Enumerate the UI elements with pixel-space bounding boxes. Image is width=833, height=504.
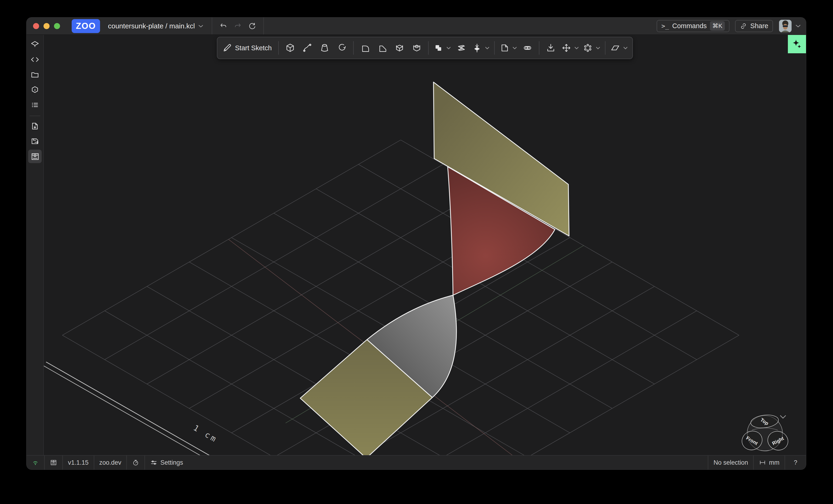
chevron-down-icon [485, 46, 490, 50]
offset-plane-button[interactable] [470, 40, 492, 56]
network-status-button[interactable] [26, 456, 44, 470]
viewport-canvas[interactable]: 1 cm Top [44, 35, 806, 455]
selection-status: No selection [708, 456, 753, 470]
pencil-icon [222, 43, 232, 53]
app-version-button[interactable]: v1.1.15 [63, 456, 94, 470]
statusbar: v1.1.15 zoo.dev Settings No selection mm… [26, 455, 806, 470]
plane-intersect-button[interactable] [453, 40, 470, 56]
boolean-button[interactable] [431, 40, 453, 56]
model[interactable] [300, 82, 569, 455]
project-menu[interactable]: countersunk-plate / main.kcl [108, 22, 204, 30]
units-button[interactable]: mm [754, 456, 785, 470]
gizmo-menu-chevron[interactable] [780, 415, 786, 418]
extrude-button[interactable] [282, 40, 299, 56]
fillet-icon [360, 43, 370, 53]
timer-button[interactable] [127, 456, 144, 470]
reload-button[interactable] [248, 22, 256, 30]
hole-icon [412, 43, 422, 53]
sliders-icon [150, 459, 158, 466]
ruler-icon [759, 459, 766, 466]
helix-button[interactable] [519, 40, 536, 56]
wifi-icon [32, 459, 39, 466]
sidebar-item-variables[interactable]: x [28, 83, 42, 97]
sidebar-item-save-export[interactable] [28, 135, 42, 148]
insert-button[interactable] [498, 40, 519, 56]
start-sketch-label: Start Sketch [235, 44, 273, 52]
site-link-button[interactable]: zoo.dev [94, 456, 126, 470]
selection-status-label: No selection [713, 459, 748, 466]
chevron-down-icon [596, 46, 600, 50]
redo-button[interactable] [234, 22, 242, 30]
extrude-icon [285, 43, 295, 53]
import-geometry-button[interactable] [542, 40, 560, 56]
revolve-button[interactable] [333, 40, 351, 56]
chamfer-button[interactable] [374, 40, 391, 56]
share-button[interactable]: Share [735, 20, 773, 32]
scale-label: 1 cm [192, 423, 219, 445]
pattern-button[interactable] [581, 40, 602, 56]
toolbar-divider [278, 41, 279, 55]
text-to-cad-button[interactable] [788, 35, 806, 53]
modeling-toolbar: Start Sketch [217, 37, 633, 59]
reload-icon [248, 22, 256, 30]
helix-icon [522, 43, 532, 53]
commands-button[interactable]: >_ Commands ⌘K [657, 20, 729, 32]
machine-status-button[interactable] [45, 456, 62, 470]
chevron-down-icon [574, 46, 579, 50]
history-controls [212, 22, 263, 30]
sidebar-item-logs[interactable] [28, 98, 42, 112]
boolean-union-icon [433, 43, 444, 53]
shell-icon [395, 43, 405, 53]
help-button[interactable]: ? [785, 456, 806, 470]
toolbar-divider [605, 41, 605, 55]
avatar-image [779, 20, 791, 32]
user-avatar[interactable] [779, 20, 791, 32]
minimize-window-button[interactable] [44, 23, 50, 29]
start-sketch-button[interactable]: Start Sketch [220, 40, 276, 56]
view-gizmo[interactable]: Top Front Right [739, 413, 791, 453]
hole-button[interactable] [408, 40, 425, 56]
svg-text:x: x [34, 88, 35, 92]
site-link-label: zoo.dev [99, 459, 121, 466]
terminal-prompt-icon: >_ [661, 22, 669, 29]
help-label: ? [794, 459, 797, 466]
account-menu-button[interactable] [795, 24, 801, 28]
viewport: 1 cm Top [44, 35, 806, 455]
sidebar-item-project-files[interactable] [28, 68, 42, 81]
chevron-down-icon [446, 46, 451, 50]
sidebar-divider [29, 116, 40, 116]
close-window-button[interactable] [33, 23, 39, 29]
settings-label: Settings [160, 459, 183, 466]
insert-icon [499, 43, 509, 53]
statusbar-spacer [188, 456, 708, 470]
redo-icon [234, 22, 242, 30]
sidebar-item-export-file[interactable] [28, 119, 42, 133]
import-icon [546, 43, 556, 53]
fillet-button[interactable] [356, 40, 374, 56]
plane-button[interactable] [608, 40, 629, 56]
zoom-window-button[interactable] [54, 23, 60, 29]
shell-button[interactable] [391, 40, 408, 56]
sidebar-item-machine-print[interactable] [28, 150, 42, 163]
link-icon [740, 22, 747, 30]
sidebar-item-kcl-code[interactable] [28, 53, 42, 66]
toolbar-divider [539, 41, 539, 55]
plane-icon [610, 43, 620, 53]
titlebar-divider [263, 18, 264, 34]
window-controls [33, 23, 60, 29]
commands-shortcut-badge: ⌘K [710, 21, 724, 31]
folder-icon [30, 70, 39, 79]
toolbar-divider [353, 41, 354, 55]
move-button[interactable] [560, 40, 581, 56]
variables-icon: x [30, 86, 39, 94]
stopwatch-icon [132, 459, 139, 466]
settings-button[interactable]: Settings [145, 456, 188, 470]
printer-icon [50, 459, 57, 466]
zoo-logo[interactable]: ZOO [72, 19, 100, 33]
chevron-down-icon [795, 24, 801, 28]
sweep-icon [302, 43, 312, 53]
loft-button[interactable] [316, 40, 333, 56]
sidebar-item-feature-tree[interactable] [28, 38, 42, 51]
undo-button[interactable] [219, 22, 228, 30]
sweep-button[interactable] [299, 40, 316, 56]
